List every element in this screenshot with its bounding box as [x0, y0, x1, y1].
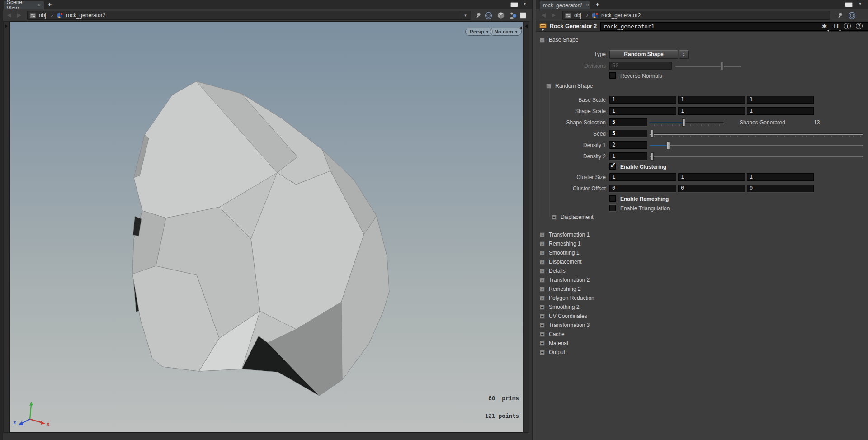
cluster-offset-x-field[interactable]: 0 — [609, 185, 676, 192]
expand-icon[interactable]: + — [540, 278, 545, 283]
radial-menu-icon[interactable] — [484, 11, 493, 19]
cluster-size-x-field[interactable]: 1 — [609, 173, 676, 181]
collapse-icon[interactable]: − — [540, 38, 545, 43]
geometry-cube-icon[interactable] — [496, 11, 505, 19]
expand-icon[interactable]: + — [552, 215, 557, 220]
expand-icon[interactable]: + — [540, 232, 545, 237]
enable-clustering-checkbox[interactable]: ✓ — [609, 163, 616, 170]
expand-icon[interactable]: + — [540, 332, 545, 337]
info-icon[interactable]: i — [844, 23, 851, 29]
base-scale-x-field[interactable]: 1 — [609, 96, 676, 104]
section-smoothing-2[interactable]: +Smoothing 2 — [540, 304, 579, 310]
density1-field[interactable]: 2 — [609, 141, 647, 149]
seed-slider[interactable] — [650, 130, 863, 138]
section-details[interactable]: +Details — [540, 268, 566, 274]
section-remeshing-1[interactable]: +Remeshing 1 — [540, 241, 581, 247]
tab-scene-view[interactable]: Scene View × — [4, 1, 44, 9]
shape-selection-field[interactable]: 5 — [609, 118, 647, 126]
collapse-icon[interactable]: − — [546, 84, 551, 89]
expand-toolbar-icon[interactable] — [5, 24, 8, 28]
pane-maximize-icon[interactable] — [510, 2, 518, 7]
houdini-hda-icon[interactable]: H — [832, 23, 840, 30]
section-uv-coordinates[interactable]: +UV Coordinates — [540, 313, 587, 319]
viewport-right-toolbar-collapsed[interactable] — [523, 21, 529, 433]
radial-menu-icon[interactable] — [847, 11, 856, 19]
forward-button[interactable] — [552, 13, 556, 18]
shape-scale-x-field[interactable]: 1 — [609, 107, 676, 115]
back-button[interactable] — [542, 13, 546, 18]
base-scale-y-field[interactable]: 1 — [678, 96, 745, 104]
section-transformation-2[interactable]: +Transformation 2 — [540, 277, 590, 283]
section-smoothing-1[interactable]: +Smoothing 1 — [540, 250, 579, 256]
section-remeshing-2[interactable]: +Remeshing 2 — [540, 286, 581, 292]
enable-remeshing-checkbox[interactable] — [609, 195, 616, 202]
hda-node-icon[interactable] — [539, 23, 547, 28]
expand-icon[interactable]: + — [540, 241, 545, 246]
expand-icon[interactable]: + — [540, 287, 545, 292]
section-random-shape[interactable]: − Random Shape — [546, 83, 593, 89]
cluster-offset-z-field[interactable]: 0 — [747, 185, 814, 192]
reverse-normals-checkbox[interactable] — [609, 72, 616, 79]
shape-scale-z-field[interactable]: 1 — [747, 107, 814, 115]
expand-icon[interactable]: + — [540, 314, 545, 319]
section-displacement[interactable]: +Displacement — [540, 259, 582, 265]
section-base-shape[interactable]: − Base Shape — [540, 37, 578, 43]
section-output[interactable]: +Output — [540, 349, 565, 355]
path-dropdown-icon[interactable]: ▾ — [462, 11, 469, 19]
network-path[interactable]: obj rock_generator2 — [562, 11, 830, 20]
help-icon[interactable]: ? — [856, 23, 863, 29]
cluster-size-y-field[interactable]: 1 — [678, 173, 745, 181]
breadcrumb-node[interactable]: rock_generator2 — [601, 12, 641, 19]
viewport-corner-handle-icon[interactable] — [519, 26, 522, 30]
shape-selection-slider[interactable] — [650, 118, 724, 127]
expand-icon[interactable]: + — [540, 251, 545, 255]
section-displacement-nested[interactable]: + Displacement — [552, 214, 594, 220]
seed-field[interactable]: 5 — [609, 130, 647, 137]
density2-field[interactable]: 1 — [609, 152, 647, 160]
character-icon[interactable] — [508, 11, 517, 19]
pane-menu-icon[interactable]: ▾ — [524, 1, 526, 6]
density2-slider[interactable] — [650, 152, 863, 161]
viewport-left-toolbar-collapsed[interactable] — [3, 21, 9, 433]
scene-viewport[interactable]: Persp ▾ No cam ▾ 80 prims 121 points — [9, 21, 523, 433]
base-scale-z-field[interactable]: 1 — [747, 96, 814, 104]
shape-scale-y-field[interactable]: 1 — [678, 107, 745, 115]
section-polygon-reduction[interactable]: +Polygon Reduction — [540, 295, 594, 301]
expand-icon[interactable]: + — [540, 323, 545, 328]
pane-maximize-icon[interactable] — [845, 2, 853, 7]
new-tab-button[interactable]: + — [45, 0, 54, 9]
section-cache[interactable]: +Cache — [540, 331, 565, 337]
back-button[interactable] — [7, 13, 11, 18]
density1-slider[interactable] — [650, 141, 863, 149]
expand-icon[interactable]: + — [540, 305, 545, 310]
type-spinner[interactable]: ▲ ▼ — [679, 50, 689, 59]
expand-icon[interactable]: + — [540, 260, 545, 265]
breadcrumb-obj[interactable]: obj — [39, 12, 46, 19]
section-transformation-3[interactable]: +Transformation 3 — [540, 322, 590, 328]
close-icon[interactable]: × — [38, 3, 41, 8]
gear-icon[interactable]: ✱ — [821, 23, 828, 30]
expand-icon[interactable]: + — [540, 341, 545, 346]
close-icon[interactable]: × — [586, 3, 589, 8]
pane-divider[interactable] — [532, 0, 536, 440]
forward-button[interactable] — [17, 13, 21, 18]
cluster-offset-y-field[interactable]: 0 — [678, 185, 745, 192]
section-transformation-1[interactable]: +Transformation 1 — [540, 232, 590, 238]
camera-menu-button[interactable]: No cam ▾ — [490, 28, 522, 36]
breadcrumb-obj[interactable]: obj — [574, 12, 581, 19]
projection-menu-button[interactable]: Persp ▾ — [465, 28, 493, 36]
breadcrumb-node[interactable]: rock_generator2 — [66, 12, 105, 19]
pane-menu-icon[interactable]: ▾ — [859, 1, 861, 6]
pin-icon[interactable] — [474, 11, 483, 19]
new-tab-button[interactable]: + — [593, 0, 602, 9]
expand-icon[interactable]: + — [540, 269, 545, 274]
network-path[interactable]: obj rock_generator2 ▾ — [27, 11, 471, 20]
expand-icon[interactable]: + — [540, 350, 545, 355]
display-options-icon[interactable] — [520, 12, 526, 19]
pin-icon[interactable] — [835, 11, 844, 19]
expand-icon[interactable]: + — [540, 296, 545, 301]
type-dropdown[interactable]: Random Shape — [609, 50, 678, 59]
cluster-size-z-field[interactable]: 1 — [747, 173, 814, 181]
enable-triangulation-checkbox[interactable] — [609, 205, 616, 211]
tab-rock-generator1[interactable]: rock_generator1 × — [540, 1, 590, 9]
